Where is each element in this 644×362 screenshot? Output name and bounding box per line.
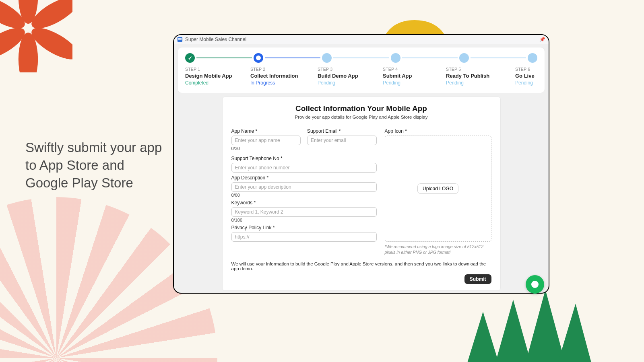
step-circle-5 xyxy=(459,53,469,63)
step-5: STEP 5 Ready To Publish Pending xyxy=(446,67,506,86)
step-3: STEP 3 Build Demo App Pending xyxy=(318,67,374,86)
form-note: We will use your information to build th… xyxy=(231,261,491,271)
description-input[interactable] xyxy=(231,182,377,192)
svg-marker-9 xyxy=(557,304,592,362)
step-line xyxy=(196,58,252,58)
svg-marker-7 xyxy=(495,300,531,362)
privacy-input[interactable] xyxy=(231,232,377,242)
stepper-card: ✓ STEP 1 Design Mobile App Completed STE… xyxy=(178,47,545,93)
keywords-label: Keywords * xyxy=(231,200,377,206)
step-1: STEP 1 Design Mobile App Completed xyxy=(185,67,242,86)
svg-marker-8 xyxy=(525,290,566,362)
support-email-input[interactable] xyxy=(307,136,377,145)
step-status: Pending xyxy=(446,80,506,86)
app-icon-label: App Icon * xyxy=(385,128,491,134)
step-title: Collect Information xyxy=(250,73,309,79)
decorative-triangles-icon xyxy=(467,288,592,362)
step-meta: STEP 4 xyxy=(383,67,437,72)
step-status: Pending xyxy=(515,80,537,86)
app-logo-icon xyxy=(177,37,183,42)
app-window: Super Mobile Sales Channel 📌 ✓ STEP 1 De… xyxy=(173,34,549,294)
step-status: Pending xyxy=(318,80,374,86)
promo-headline: Swiftly submit your app to App Store and… xyxy=(25,139,162,192)
step-6: STEP 6 Go Live Pending xyxy=(515,67,537,86)
phone-label: Support Telephone No * xyxy=(231,156,377,161)
step-circle-2 xyxy=(254,53,263,63)
stepper-track: ✓ xyxy=(185,53,537,63)
step-title: Design Mobile App xyxy=(185,73,242,79)
step-circle-4 xyxy=(391,53,400,63)
card-subtitle: Provide your app details for Google Play… xyxy=(231,115,491,119)
phone-input[interactable] xyxy=(231,163,377,173)
app-icon-dropzone[interactable]: Upload LOGO xyxy=(385,136,491,242)
description-label: App Description * xyxy=(231,175,377,181)
submit-button[interactable]: Submit xyxy=(464,274,491,284)
form-card: Collect Information Your Mobile App Prov… xyxy=(223,97,500,290)
step-line xyxy=(265,58,320,58)
pin-icon[interactable]: 📌 xyxy=(539,37,545,42)
logo-hint: *We recommend using a logo image size of… xyxy=(385,244,491,255)
privacy-label: Privacy Policy Link * xyxy=(231,225,377,230)
step-line xyxy=(333,58,389,58)
step-2: STEP 2 Collect Information In Progress xyxy=(250,67,309,86)
step-line xyxy=(402,58,458,58)
step-line xyxy=(471,58,526,58)
step-meta: STEP 2 xyxy=(250,67,309,72)
step-status: In Progress xyxy=(250,80,309,86)
step-status: Pending xyxy=(383,80,437,86)
card-title: Collect Information Your Mobile App xyxy=(231,104,491,113)
step-status: Completed xyxy=(185,80,242,86)
svg-rect-11 xyxy=(178,38,182,39)
step-title: Ready To Publish xyxy=(446,73,506,79)
description-counter: 0/80 xyxy=(231,193,377,197)
step-4: STEP 4 Submit App Pending xyxy=(383,67,437,86)
chat-bubble-icon xyxy=(531,281,539,288)
step-title: Submit App xyxy=(383,73,437,79)
keywords-counter: 0/100 xyxy=(231,218,377,222)
app-name-input[interactable] xyxy=(231,136,301,145)
step-meta: STEP 5 xyxy=(446,67,506,72)
app-title: Super Mobile Sales Channel xyxy=(185,37,539,42)
titlebar: Super Mobile Sales Channel 📌 xyxy=(174,35,549,44)
svg-marker-6 xyxy=(467,312,499,362)
step-meta: STEP 3 xyxy=(318,67,374,72)
step-circle-6 xyxy=(528,53,537,63)
svg-rect-12 xyxy=(178,39,182,40)
step-circle-1: ✓ xyxy=(185,53,195,63)
step-meta: STEP 1 xyxy=(185,67,242,72)
step-title: Build Demo App xyxy=(318,73,374,79)
decorative-flower-icon xyxy=(0,0,72,72)
app-name-counter: 0/30 xyxy=(231,146,301,151)
chat-widget-button[interactable] xyxy=(526,275,544,294)
support-email-label: Support Email * xyxy=(307,128,377,134)
step-meta: STEP 6 xyxy=(515,67,537,72)
step-title: Go Live xyxy=(515,73,537,79)
app-name-label: App Name * xyxy=(231,128,301,134)
keywords-input[interactable] xyxy=(231,207,377,217)
step-circle-3 xyxy=(322,53,332,63)
upload-logo-button[interactable]: Upload LOGO xyxy=(417,183,458,194)
